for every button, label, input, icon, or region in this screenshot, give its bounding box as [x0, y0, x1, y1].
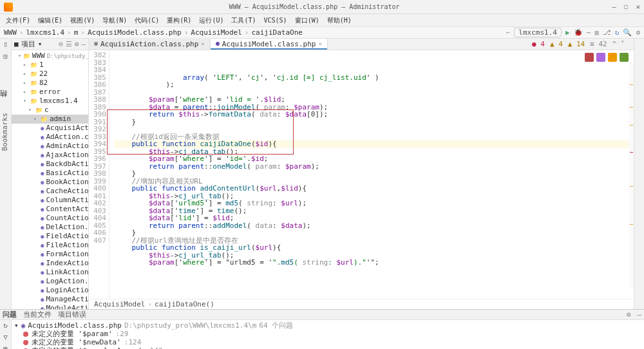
- tree-file[interactable]: DelAction.class.php: [46, 223, 89, 232]
- file-tab-active[interactable]: AcquisiModel.class.php×: [211, 38, 328, 50]
- nav-breadcrumbs: WWW› lmxcms1.4› m› AcquisiModel.class.ph…: [4, 28, 303, 37]
- tree-file[interactable]: AjaxAction.class.php: [46, 151, 89, 160]
- debug-icon[interactable]: 🐞: [574, 28, 583, 37]
- tree-root[interactable]: WWW: [32, 52, 45, 61]
- php-icon: [94, 42, 98, 46]
- settings-icon[interactable]: ⚙: [636, 28, 640, 37]
- maximize-icon[interactable]: ☐: [624, 3, 629, 11]
- menu-help[interactable]: 帮助(H): [324, 15, 355, 26]
- menu-run[interactable]: 运行(U): [196, 15, 227, 26]
- gutter: 3823833843853863873883893903913923933943…: [89, 50, 109, 299]
- menu-file[interactable]: 文件(F): [3, 15, 33, 26]
- php-icon: [216, 42, 220, 46]
- collapse-icon[interactable]: ⊖: [59, 40, 63, 48]
- filter-icon[interactable]: ▽: [3, 333, 8, 341]
- app-logo: [4, 3, 13, 12]
- expand-icon[interactable]: ⊞: [3, 344, 8, 349]
- tree-folder[interactable]: 82: [39, 79, 48, 88]
- stop-icon[interactable]: ■: [594, 28, 599, 37]
- project-tool-icon[interactable]: ▯: [3, 40, 8, 48]
- code-editor[interactable]: array( 'LEFT', 'cj', 'cj.id [=] cj_list.…: [109, 50, 634, 299]
- window-title: WWW – AcquisiModel.class.php – Administr…: [17, 3, 612, 10]
- tree-file[interactable]: LoginAction.class.ph: [46, 286, 89, 295]
- refresh-icon[interactable]: ↻: [3, 321, 8, 330]
- expand-icon[interactable]: ☰: [66, 40, 72, 48]
- close-tab-icon[interactable]: ×: [201, 41, 204, 47]
- settings-icon[interactable]: ⚙: [75, 40, 79, 48]
- menu-refactor[interactable]: 重构(R): [164, 15, 194, 26]
- tab-project-errors[interactable]: 项目错误: [58, 310, 86, 319]
- tree-folder[interactable]: error: [39, 88, 61, 97]
- run-icon[interactable]: ▶: [565, 28, 570, 37]
- tree-folder[interactable]: lmxcms1.4: [39, 97, 78, 106]
- crumb[interactable]: caijiDataOne: [251, 28, 302, 37]
- tree-file[interactable]: BookAction.class.php: [46, 178, 89, 187]
- branch-icon[interactable]: ⎇: [603, 28, 611, 37]
- menu-tools[interactable]: 工具(T): [228, 15, 259, 26]
- error-stripe[interactable]: [629, 62, 634, 287]
- run-config[interactable]: lmxcms1.4: [514, 28, 562, 37]
- more-run-icon[interactable]: ⋯: [587, 28, 591, 37]
- menu-nav[interactable]: 导航(N): [99, 15, 130, 26]
- tree-file[interactable]: AdAction.class.php: [46, 133, 89, 142]
- close-icon[interactable]: ✕: [636, 3, 640, 11]
- close-tab-icon[interactable]: ×: [318, 41, 321, 47]
- menu-edit[interactable]: 编辑(E): [35, 15, 66, 26]
- nav-back-icon[interactable]: ←: [506, 28, 511, 37]
- tree-file[interactable]: LinkAction.class.php: [46, 268, 89, 277]
- minimize-icon[interactable]: —: [612, 3, 616, 11]
- tree-folder[interactable]: c: [44, 106, 49, 115]
- problems-tabs: 问题 当前文件 项目错误 ⚙ —: [0, 310, 644, 320]
- tree-file[interactable]: CacheAction.class.ph: [46, 187, 89, 196]
- project-tree[interactable]: ▾📁WWW D:\phpstudy_pro\WWW ▸📁1 ▸📁22 ▸📁82 …: [12, 50, 88, 309]
- error-icon: [23, 340, 28, 345]
- tab-current[interactable]: 当前文件: [23, 310, 52, 319]
- menu-bar: 文件(F) 编辑(E) 视图(V) 导航(N) 代码(C) 重构(R) 运行(U…: [0, 14, 644, 27]
- crumb[interactable]: lmxcms1.4: [26, 28, 65, 37]
- panel-hide-icon[interactable]: —: [637, 310, 641, 319]
- tab-problems[interactable]: 问题: [3, 310, 17, 319]
- tree-file[interactable]: BackdbAction.class.p: [46, 160, 89, 169]
- file-tab[interactable]: AcquisiAction.class.php×: [89, 38, 211, 50]
- tree-file[interactable]: FieldAction.class.ph: [46, 232, 89, 241]
- menu-view[interactable]: 视图(V): [67, 15, 98, 26]
- hide-icon[interactable]: —: [81, 40, 86, 48]
- tree-file[interactable]: AcquisiAction.class.ph: [46, 124, 89, 133]
- crumb[interactable]: AcquisiModel.class.php: [88, 28, 182, 37]
- problems-list[interactable]: ▾◉AcquisiModel.class.php D:\phpstudy_pro…: [12, 320, 644, 349]
- tree-file[interactable]: IndexAction.class.ph: [46, 259, 89, 268]
- search-icon[interactable]: 🔍: [623, 28, 632, 37]
- problem-row[interactable]: 未定义的变量 '$regularArray' :143: [12, 346, 644, 349]
- tree-folder-admin[interactable]: admin: [50, 115, 71, 124]
- project-header-icon: ■: [14, 40, 19, 48]
- menu-vcs[interactable]: VCS(S): [261, 15, 290, 25]
- tree-folder[interactable]: 1: [39, 61, 44, 70]
- tree-file[interactable]: ColumnAction.class.p: [46, 196, 89, 205]
- tree-file[interactable]: LogAction.class.php: [46, 277, 89, 286]
- menu-code[interactable]: 代码(C): [131, 15, 162, 26]
- error-icon: [23, 332, 28, 337]
- tree-file[interactable]: CountAction.class.ph: [46, 214, 89, 223]
- commit-tool-icon[interactable]: ⊡: [3, 52, 8, 61]
- tree-file[interactable]: BasicAction.class.ph: [46, 169, 89, 178]
- problem-row[interactable]: 未定义的变量 '$param' :29: [12, 330, 644, 338]
- menu-window[interactable]: 窗口(W): [292, 15, 323, 26]
- problems-file[interactable]: AcquisiModel.class.php: [28, 321, 122, 330]
- tree-file[interactable]: FormAction.class.ph: [46, 250, 89, 259]
- problem-row[interactable]: 未定义的变量 '$newData' :124: [12, 338, 644, 346]
- tree-file[interactable]: ManageAction.class.: [46, 295, 89, 304]
- tree-file[interactable]: ContentAction.class.p: [46, 205, 89, 214]
- sidebar-bookmarks[interactable]: Bookmarks: [0, 113, 9, 151]
- panel-settings-icon[interactable]: ⚙: [627, 310, 631, 319]
- crumb[interactable]: AcquisiModel: [191, 28, 242, 37]
- crumb[interactable]: m: [74, 28, 79, 37]
- inspection-status[interactable]: ● 4 ▲ 4 ▲ 14 ≡ 42 ^ ˅: [532, 40, 625, 48]
- editor-breadcrumb[interactable]: AcquisiModel›caijiDataOne(): [89, 299, 634, 309]
- project-dropdown-icon[interactable]: ▾: [38, 40, 43, 48]
- tree-file[interactable]: FileAction.class.php: [46, 241, 89, 250]
- crumb[interactable]: WWW: [4, 28, 17, 37]
- tree-file[interactable]: AdminAction.class.ph: [46, 142, 89, 151]
- update-icon[interactable]: ↻: [615, 28, 620, 37]
- tree-folder[interactable]: 22: [39, 70, 48, 79]
- tree-file[interactable]: ModuleAction.class.p: [46, 304, 89, 309]
